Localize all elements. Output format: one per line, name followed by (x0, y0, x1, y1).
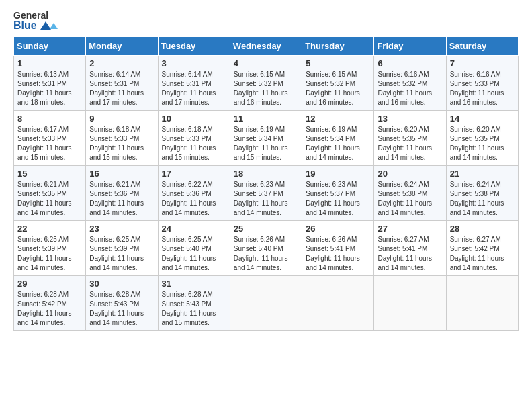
calendar-cell: 8Sunrise: 6:17 AMSunset: 5:33 PMDaylight… (14, 111, 86, 166)
day-info: Sunrise: 6:23 AMSunset: 5:37 PMDaylight:… (306, 180, 370, 218)
calendar-body: 1Sunrise: 6:13 AMSunset: 5:31 PMDaylight… (14, 56, 519, 331)
day-number: 9 (89, 113, 154, 124)
day-number: 8 (17, 113, 82, 124)
day-info: Sunrise: 6:19 AMSunset: 5:34 PMDaylight:… (234, 125, 298, 163)
day-number: 31 (162, 279, 226, 289)
day-info: Sunrise: 6:17 AMSunset: 5:33 PMDaylight:… (17, 125, 82, 163)
day-info: Sunrise: 6:14 AMSunset: 5:31 PMDaylight:… (162, 70, 226, 107)
day-info: Sunrise: 6:15 AMSunset: 5:32 PMDaylight:… (306, 70, 370, 107)
calendar-cell: 17Sunrise: 6:22 AMSunset: 5:36 PMDayligh… (158, 166, 230, 221)
calendar-cell: 1Sunrise: 6:13 AMSunset: 5:31 PMDaylight… (14, 56, 86, 111)
calendar-cell: 9Sunrise: 6:18 AMSunset: 5:33 PMDaylight… (86, 111, 158, 166)
calendar-cell: 19Sunrise: 6:23 AMSunset: 5:37 PMDayligh… (302, 166, 374, 221)
calendar-cell: 22Sunrise: 6:25 AMSunset: 5:39 PMDayligh… (14, 221, 86, 276)
calendar-cell: 4Sunrise: 6:15 AMSunset: 5:32 PMDaylight… (230, 56, 302, 111)
day-info: Sunrise: 6:26 AMSunset: 5:40 PMDaylight:… (234, 235, 298, 273)
day-number: 16 (89, 169, 154, 179)
day-info: Sunrise: 6:16 AMSunset: 5:33 PMDaylight:… (450, 70, 515, 107)
day-info: Sunrise: 6:18 AMSunset: 5:33 PMDaylight:… (162, 125, 226, 163)
day-info: Sunrise: 6:20 AMSunset: 5:35 PMDaylight:… (450, 125, 515, 163)
calendar-day-header: Tuesday (158, 37, 230, 56)
day-number: 21 (450, 169, 515, 179)
day-number: 23 (89, 224, 154, 234)
calendar-cell: 23Sunrise: 6:25 AMSunset: 5:39 PMDayligh… (86, 221, 158, 276)
page-header: General Blue (13, 11, 519, 31)
logo-blue: Blue (13, 20, 58, 31)
day-info: Sunrise: 6:21 AMSunset: 5:35 PMDaylight:… (17, 180, 82, 218)
calendar-cell (302, 276, 374, 331)
day-info: Sunrise: 6:24 AMSunset: 5:38 PMDaylight:… (378, 180, 442, 218)
day-info: Sunrise: 6:25 AMSunset: 5:40 PMDaylight:… (162, 235, 226, 273)
day-info: Sunrise: 6:22 AMSunset: 5:36 PMDaylight:… (162, 180, 226, 218)
day-number: 28 (450, 224, 515, 234)
calendar-cell: 6Sunrise: 6:16 AMSunset: 5:32 PMDaylight… (374, 56, 446, 111)
calendar-cell: 26Sunrise: 6:26 AMSunset: 5:41 PMDayligh… (302, 221, 374, 276)
calendar-table: SundayMondayTuesdayWednesdayThursdayFrid… (13, 36, 519, 331)
day-number: 18 (234, 169, 298, 179)
calendar-cell: 2Sunrise: 6:14 AMSunset: 5:31 PMDaylight… (86, 56, 158, 111)
day-info: Sunrise: 6:18 AMSunset: 5:33 PMDaylight:… (89, 125, 154, 163)
day-info: Sunrise: 6:19 AMSunset: 5:34 PMDaylight:… (306, 125, 370, 163)
day-number: 29 (17, 279, 82, 289)
calendar-cell: 7Sunrise: 6:16 AMSunset: 5:33 PMDaylight… (446, 56, 518, 111)
logo-general: General (13, 11, 58, 20)
day-info: Sunrise: 6:13 AMSunset: 5:31 PMDaylight:… (17, 70, 82, 107)
calendar-week-row: 8Sunrise: 6:17 AMSunset: 5:33 PMDaylight… (14, 111, 519, 166)
calendar-week-row: 15Sunrise: 6:21 AMSunset: 5:35 PMDayligh… (14, 166, 519, 221)
calendar-cell: 11Sunrise: 6:19 AMSunset: 5:34 PMDayligh… (230, 111, 302, 166)
day-number: 22 (17, 224, 82, 234)
day-number: 15 (17, 169, 82, 179)
day-info: Sunrise: 6:28 AMSunset: 5:43 PMDaylight:… (89, 290, 154, 328)
calendar-cell: 15Sunrise: 6:21 AMSunset: 5:35 PMDayligh… (14, 166, 86, 221)
calendar-week-row: 29Sunrise: 6:28 AMSunset: 5:42 PMDayligh… (14, 276, 519, 331)
day-info: Sunrise: 6:24 AMSunset: 5:38 PMDaylight:… (450, 180, 515, 218)
calendar-cell: 29Sunrise: 6:28 AMSunset: 5:42 PMDayligh… (14, 276, 86, 331)
calendar-cell: 10Sunrise: 6:18 AMSunset: 5:33 PMDayligh… (158, 111, 230, 166)
calendar-cell: 5Sunrise: 6:15 AMSunset: 5:32 PMDaylight… (302, 56, 374, 111)
calendar-day-header: Sunday (14, 37, 86, 56)
day-number: 30 (89, 279, 154, 289)
day-number: 25 (234, 224, 298, 234)
calendar-cell: 12Sunrise: 6:19 AMSunset: 5:34 PMDayligh… (302, 111, 374, 166)
calendar-cell: 3Sunrise: 6:14 AMSunset: 5:31 PMDaylight… (158, 56, 230, 111)
day-number: 10 (162, 113, 226, 124)
day-info: Sunrise: 6:15 AMSunset: 5:32 PMDaylight:… (234, 70, 298, 107)
calendar-cell: 21Sunrise: 6:24 AMSunset: 5:38 PMDayligh… (446, 166, 518, 221)
day-number: 14 (450, 113, 515, 124)
day-info: Sunrise: 6:21 AMSunset: 5:36 PMDaylight:… (89, 180, 154, 218)
calendar-day-header: Friday (374, 37, 446, 56)
day-info: Sunrise: 6:26 AMSunset: 5:41 PMDaylight:… (306, 235, 370, 273)
calendar-cell (374, 276, 446, 331)
day-number: 20 (378, 169, 442, 179)
calendar-cell: 31Sunrise: 6:28 AMSunset: 5:43 PMDayligh… (158, 276, 230, 331)
logo-triangle-light (50, 23, 58, 29)
calendar-day-header: Thursday (302, 37, 374, 56)
calendar-cell: 25Sunrise: 6:26 AMSunset: 5:40 PMDayligh… (230, 221, 302, 276)
day-info: Sunrise: 6:14 AMSunset: 5:31 PMDaylight:… (89, 70, 154, 107)
calendar-cell: 14Sunrise: 6:20 AMSunset: 5:35 PMDayligh… (446, 111, 518, 166)
day-number: 6 (378, 58, 442, 68)
calendar-week-row: 22Sunrise: 6:25 AMSunset: 5:39 PMDayligh… (14, 221, 519, 276)
day-number: 3 (162, 58, 226, 68)
day-info: Sunrise: 6:25 AMSunset: 5:39 PMDaylight:… (17, 235, 82, 273)
calendar-header-row: SundayMondayTuesdayWednesdayThursdayFrid… (14, 37, 519, 56)
day-number: 4 (234, 58, 298, 68)
day-number: 13 (378, 113, 442, 124)
day-info: Sunrise: 6:28 AMSunset: 5:43 PMDaylight:… (162, 290, 226, 328)
calendar-day-header: Wednesday (230, 37, 302, 56)
day-info: Sunrise: 6:28 AMSunset: 5:42 PMDaylight:… (17, 290, 82, 328)
day-number: 1 (17, 58, 82, 68)
day-info: Sunrise: 6:16 AMSunset: 5:32 PMDaylight:… (378, 70, 442, 107)
calendar-cell: 27Sunrise: 6:27 AMSunset: 5:41 PMDayligh… (374, 221, 446, 276)
calendar-cell: 13Sunrise: 6:20 AMSunset: 5:35 PMDayligh… (374, 111, 446, 166)
day-number: 17 (162, 169, 226, 179)
calendar-cell: 18Sunrise: 6:23 AMSunset: 5:37 PMDayligh… (230, 166, 302, 221)
calendar-cell (446, 276, 518, 331)
calendar-cell: 24Sunrise: 6:25 AMSunset: 5:40 PMDayligh… (158, 221, 230, 276)
day-info: Sunrise: 6:25 AMSunset: 5:39 PMDaylight:… (89, 235, 154, 273)
day-info: Sunrise: 6:27 AMSunset: 5:41 PMDaylight:… (378, 235, 442, 273)
day-number: 11 (234, 113, 298, 124)
day-info: Sunrise: 6:27 AMSunset: 5:42 PMDaylight:… (450, 235, 515, 273)
logo: General Blue (13, 11, 58, 31)
logo-text: General Blue (13, 11, 58, 31)
